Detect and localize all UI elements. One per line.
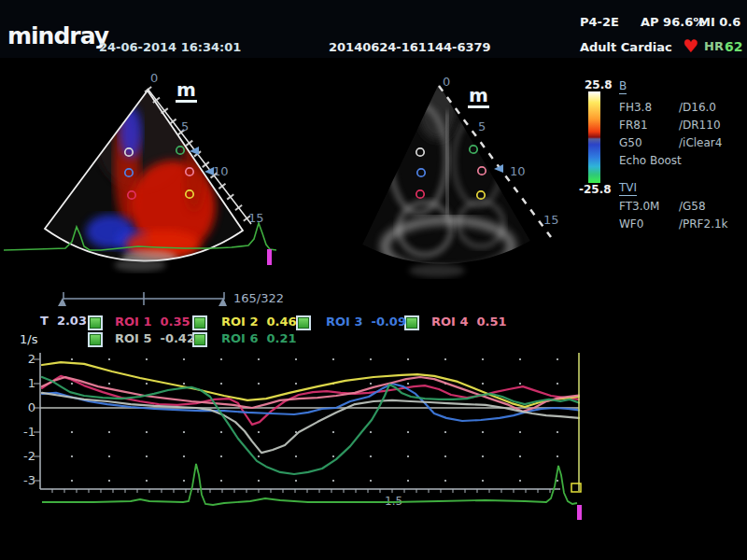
trace-roi-6: [42, 377, 579, 474]
param-value: Echo Boost: [619, 154, 682, 167]
roi-value: 0.46: [266, 315, 296, 329]
tvi-mode-heading: TVI: [619, 181, 637, 196]
depth-label: 0: [150, 71, 158, 85]
roi-1-readout: ROI 1 0.35: [115, 315, 190, 329]
roi-markers-right: [416, 146, 486, 199]
roi-marker-roi-2[interactable]: [186, 190, 193, 198]
trace-roi-4: [42, 377, 579, 412]
focus-arrow-icon: [494, 164, 503, 173]
depth-label: 10: [213, 164, 229, 178]
param-value: /PRF2.1k: [679, 217, 728, 231]
depth-label: 0: [443, 75, 450, 89]
acoustic-power: AP 96.6%: [641, 15, 705, 29]
graphics-layer: 210-1-2-31.5: [0, 0, 747, 560]
roi-value: -0.42: [160, 331, 194, 345]
roi-5-checkbox[interactable]: [88, 332, 103, 347]
roi-value: -0.09: [371, 315, 405, 329]
roi-marker-roi-4[interactable]: [186, 168, 193, 175]
thumbnail-ecg-trace: [4, 223, 276, 250]
datetime: 24-06-2014 16:34:01: [99, 40, 241, 54]
roi-label: ROI 4: [431, 315, 468, 329]
roi-5-readout: ROI 5 -0.42: [115, 331, 195, 345]
study-id: 20140624-161144-6379: [329, 40, 491, 54]
depth-label: 15: [248, 211, 264, 225]
roi-label: ROI 5: [115, 331, 151, 345]
param-value: G50: [619, 136, 642, 149]
monitor-ecg-trace: [42, 464, 577, 505]
mechanical-index: MI 0.6: [698, 15, 740, 29]
depth-label: 15: [543, 213, 559, 227]
hr-value: 62: [725, 39, 742, 54]
roi-marker-roi-6[interactable]: [176, 147, 184, 154]
y-tick-label: -3: [23, 473, 35, 487]
roi-marker-roi-5[interactable]: [416, 148, 424, 156]
roi-marker-roi-3[interactable]: [417, 169, 425, 176]
y-axis-unit: 1/s: [20, 332, 37, 346]
y-tick-label: 1: [28, 376, 35, 390]
cursor-foot: [571, 483, 581, 492]
param-value: WF0: [619, 217, 643, 231]
trace-roi-3: [42, 384, 579, 421]
param-value: /iClear4: [679, 136, 722, 149]
roi-value: 0.51: [476, 315, 506, 329]
roi-3-checkbox[interactable]: [296, 315, 311, 330]
time-label: T: [40, 314, 49, 328]
time-value: 2.03: [57, 314, 87, 328]
param-value: /G58: [679, 200, 706, 213]
tvi-colorbar: [588, 91, 600, 183]
ultrasound-screen: 210-1-2-31.5 mindray 24-06-2014 16:34:01…: [0, 0, 747, 560]
ecg-trigger-marker: [267, 249, 272, 265]
probe-name: P4-2E: [580, 15, 619, 29]
roi-1-checkbox[interactable]: [88, 315, 103, 330]
y-tick-label: 0: [28, 400, 35, 414]
roi-marker-roi-6[interactable]: [470, 146, 477, 153]
roi-marker-roi-1[interactable]: [416, 190, 424, 198]
scrubber-position-handle[interactable]: [218, 298, 227, 306]
thumbnail-ecg: [4, 223, 276, 250]
frame-scrubber[interactable]: [58, 292, 227, 306]
roi-6-readout: ROI 6 0.21: [221, 331, 297, 345]
trace-roi-1: [42, 376, 579, 425]
roi-4-readout: ROI 4 0.51: [431, 315, 507, 329]
depth-ruler-ticks: [148, 89, 251, 224]
param-value: /D16.0: [679, 101, 716, 114]
exam-preset: Adult Cardiac: [580, 40, 672, 54]
param-value: /DR110: [679, 119, 721, 132]
scrubber-start-handle[interactable]: [58, 298, 66, 306]
heart-icon: ♥: [683, 37, 698, 55]
roi-marker-roi-5[interactable]: [125, 148, 133, 156]
y-tick-label: -2: [23, 449, 35, 463]
roi-2-readout: ROI 2 0.46: [221, 315, 297, 329]
roi-3-readout: ROI 3 -0.09: [326, 315, 406, 329]
depth-label: 10: [510, 164, 526, 178]
velocity-graph: 210-1-2-31.5: [23, 352, 581, 508]
depth-ruler-dashed: [439, 86, 551, 237]
param-value: FH3.8: [619, 101, 652, 114]
roi-marker-roi-2[interactable]: [477, 191, 485, 199]
colorbar-max: 25.8: [585, 78, 613, 91]
depth-label: 5: [478, 119, 486, 133]
roi-label: ROI 1: [115, 315, 151, 329]
x-tick-label: 1.5: [385, 495, 402, 508]
roi-marker-roi-3[interactable]: [125, 169, 133, 176]
param-value: FT3.0M: [619, 200, 659, 213]
param-value: FR81: [619, 119, 648, 132]
roi-label: ROI 6: [221, 331, 258, 345]
left-ultrasound-sector: [45, 89, 251, 272]
roi-value: 0.21: [266, 331, 296, 345]
hr-label: HR: [704, 39, 724, 53]
y-tick-label: 2: [28, 352, 35, 366]
roi-label: ROI 3: [326, 315, 362, 329]
right-ultrasound-sector: [362, 84, 551, 277]
roi-4-checkbox[interactable]: [404, 315, 419, 330]
roi-value: 0.35: [160, 315, 190, 329]
frame-counter: 165/322: [233, 291, 284, 305]
depth-label: 5: [181, 119, 189, 133]
roi-marker-roi-4[interactable]: [478, 167, 486, 175]
roi-marker-roi-1[interactable]: [128, 191, 135, 199]
trace-roi-5: [42, 393, 579, 453]
b-mode-heading: B: [619, 79, 627, 94]
roi-2-checkbox[interactable]: [192, 315, 207, 330]
trace-roi-2: [42, 362, 579, 407]
y-tick-label: -1: [23, 425, 35, 439]
